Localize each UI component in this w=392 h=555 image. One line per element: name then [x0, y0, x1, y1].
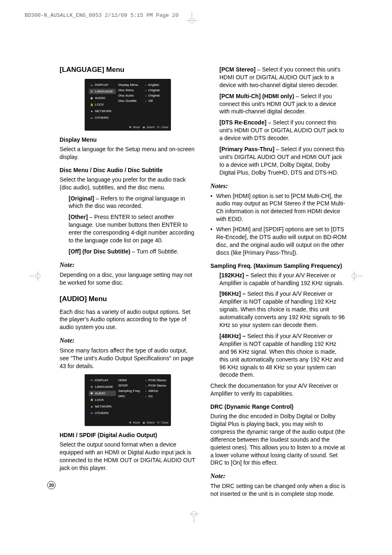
mid-label: Sampling Freq.	[118, 388, 145, 394]
body-text: Each disc has a variety of audio output …	[60, 308, 196, 332]
chevron-right-icon: ▸	[145, 384, 147, 387]
list-item: When [HDMI] option is set to [PCM Multi-…	[210, 192, 347, 223]
mid-label: Disc Audio	[118, 93, 145, 98]
mid-label: Disc Menu	[118, 88, 145, 93]
option-primary: [Primary Pass-Thru] – Select if you conn…	[219, 145, 347, 177]
right-val: Original	[148, 88, 160, 92]
option-192khz: [192KHz] – Select this if your A/V Recei…	[219, 272, 347, 287]
page-number: 20	[47, 481, 55, 489]
lock-icon: 🔒	[90, 398, 94, 401]
audio-icon: ◉	[90, 97, 94, 100]
left-column: [LANGUAGE] Menu ▭DISPLAY ALANGUAGE ◉AUDI…	[60, 66, 196, 501]
right-val: PCM Stereo	[148, 378, 166, 382]
menu-footer: ✥Move ◉Select ⟲Close	[87, 126, 168, 129]
mid-label: SPDIF	[118, 383, 145, 388]
network-icon: ●	[90, 405, 94, 408]
right-val: 48KHz	[148, 389, 158, 393]
option-original: [Original] – Refers to the original lang…	[69, 195, 196, 210]
disc-menu-heading: Disc Menu / Disc Audio / Disc Subtitle	[60, 167, 196, 173]
page-content: [LANGUAGE] Menu ▭DISPLAY ALANGUAGE ◉AUDI…	[60, 66, 347, 501]
language-icon: A	[90, 90, 94, 93]
right-column: [PCM Stereo] – Select if you connect thi…	[210, 66, 347, 501]
chevron-right-icon: ▸	[145, 94, 147, 97]
display-icon: ▭	[90, 378, 94, 382]
option-dts: [DTS Re-Encode] – Select if you connect …	[219, 119, 347, 142]
crop-mark-right	[351, 271, 363, 282]
audio-menu-screenshot: ▭DISPLAY ALANGUAGE ◉AUDIO 🔒LOCK ●NETWORK…	[85, 374, 171, 426]
mid-label: HDMI	[118, 378, 145, 383]
language-menu-screenshot: ▭DISPLAY ALANGUAGE ◉AUDIO 🔒LOCK ●NETWORK…	[85, 79, 171, 131]
side-label: DISPLAY	[95, 378, 108, 382]
body-text: Select a language for the Setup menu and…	[60, 145, 196, 161]
mid-label: Disc Subtitle	[118, 98, 145, 104]
side-label: LOCK	[95, 398, 104, 402]
body-text: Since many factors affect the type of au…	[60, 347, 196, 370]
crop-mark-left	[29, 271, 41, 282]
hdmi-spdif-heading: HDMI / SPDIF (Digital Audio Output)	[60, 432, 196, 438]
language-menu-heading: [LANGUAGE] Menu	[60, 66, 196, 74]
others-icon: ▭	[90, 116, 94, 120]
mid-label: Display Menu	[118, 82, 145, 88]
side-label: NETWORK	[95, 109, 112, 113]
option-off: [Off] (for Disc Subtitle) – Turn off Sub…	[69, 248, 196, 256]
chevron-right-icon: ▸	[145, 379, 147, 382]
option-other: [Other] – Press ENTER to select another …	[69, 213, 196, 244]
side-label: NETWORK	[95, 405, 112, 408]
note-heading: Note:	[60, 337, 196, 344]
chevron-right-icon: ▸	[145, 99, 147, 102]
chevron-right-icon: ▸	[145, 389, 147, 392]
side-label: LOCK	[95, 103, 104, 106]
drc-heading: DRC (Dynamic Range Control)	[210, 403, 347, 410]
side-label: AUDIO	[95, 391, 105, 395]
display-icon: ▭	[90, 83, 94, 87]
side-label: DISPLAY	[95, 83, 108, 87]
right-val: On	[148, 394, 153, 398]
note-heading: Note:	[210, 472, 347, 480]
note-heading: Note:	[60, 261, 196, 269]
display-menu-heading: Display Menu	[60, 136, 196, 143]
sampling-freq-heading: Sampling Freq. (Maximum Sampling Frequen…	[210, 263, 347, 269]
side-label: LANGUAGE	[95, 385, 113, 389]
network-icon: ●	[90, 110, 94, 113]
option-pcm-multi: [PCM Multi-Ch] (HDMI only) – Select if y…	[219, 92, 347, 116]
right-val: Original	[148, 94, 160, 97]
body-text: Depending on a disc, your language setti…	[60, 271, 196, 287]
side-label: OTHERS	[95, 411, 108, 415]
notes-list: When [HDMI] option is set to [PCM Multi-…	[210, 192, 347, 257]
crop-mark-bottom	[189, 511, 199, 524]
lock-icon: 🔒	[90, 103, 94, 106]
audio-menu-heading: [AUDIO] Menu	[60, 295, 196, 303]
option-48khz: [48KHz] – Select this if your A/V Receiv…	[219, 332, 347, 379]
body-text: Select the language you prefer for the a…	[60, 176, 196, 191]
side-label: AUDIO	[95, 96, 105, 100]
list-item: When [HDMI] and [SPDIF] options are set …	[210, 226, 347, 257]
mid-label: DRC	[118, 394, 145, 399]
others-icon: ▭	[90, 411, 94, 415]
crop-mark-top	[187, 12, 197, 25]
side-label: OTHERS	[95, 116, 108, 120]
language-icon: A	[90, 385, 94, 388]
body-text: Select the output sound format when a de…	[60, 441, 196, 472]
right-val: Off	[148, 99, 153, 103]
body-text: Check the documentation for your A/V Rec…	[210, 382, 347, 398]
right-val: English	[148, 83, 159, 87]
chevron-right-icon: ▸	[145, 83, 147, 86]
option-pcm-stereo: [PCM Stereo] – Select if you connect thi…	[219, 66, 347, 89]
body-text: The DRC setting can be changed only when…	[210, 482, 347, 498]
chevron-right-icon: ▸	[145, 395, 147, 398]
pdf-header: BD300-N_AUSALLK_ENG_8053 2/12/09 5:15 PM…	[25, 12, 178, 18]
option-96khz: [96KHz] – Select this if your A/V Receiv…	[219, 290, 347, 329]
menu-footer: ✥Move ◉Select ⟲Close	[87, 421, 168, 424]
notes-heading: Notes:	[210, 182, 347, 190]
body-text: During the disc encoded in Dolby Digital…	[210, 412, 347, 467]
audio-icon: ◉	[90, 391, 94, 395]
chevron-right-icon: ▸	[145, 89, 147, 92]
side-label: LANGUAGE	[95, 90, 113, 93]
right-val: PCM Stereo	[148, 384, 166, 387]
